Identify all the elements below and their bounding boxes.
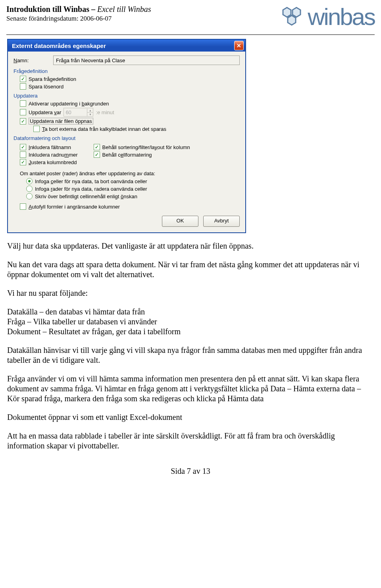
paragraph: Välj hur data ska uppdateras. Det vanlig… (7, 241, 374, 251)
name-input[interactable] (53, 56, 240, 65)
chk-label: Autofyll formler i angränsande kolumner (29, 204, 120, 210)
format-subtitle: Om antalet poster (rader) ändras efter u… (20, 170, 240, 176)
section-uppdatera: Aktiverar uppdatering i bakgrunden Uppda… (13, 100, 240, 132)
paragraph: Att ha en massa data rabblade i tabeller… (7, 431, 374, 451)
radio-infoga-celler[interactable]: Infoga celler för nya data, ta bort oanv… (26, 178, 240, 184)
chk-spara-fragedef[interactable]: Spara frågedefinition (20, 76, 240, 82)
chk-label: Uppdatera när filen öppnas (29, 118, 93, 124)
name-label: Namn: (13, 57, 45, 63)
checkbox-icon (94, 144, 100, 150)
radio-icon (26, 186, 33, 192)
chk-label: Behåll sortering/filter/layout för kolum… (102, 144, 190, 150)
checkbox-icon (20, 83, 26, 90)
paragraph: Fråga använder vi om vi vill hämta samma… (7, 374, 374, 404)
svg-marker-0 (283, 8, 291, 17)
chk-label: Behåll cellformatering (102, 152, 152, 158)
chk-label: Aktiverar uppdatering i bakgrunden (29, 101, 109, 107)
checkbox-icon (20, 109, 26, 115)
chk-uppdatera-var[interactable]: Uppdatera var ▲ ▼ :e minut (20, 108, 240, 117)
dialog-body: Namn: Frågedefinition Spara frågedefinit… (8, 52, 245, 232)
checkbox-icon (20, 151, 26, 158)
chk-behall-cellformat[interactable]: Behåll cellformatering (94, 151, 190, 158)
chk-label: Ta bort externa data från kalkylbladet i… (42, 126, 166, 132)
checkbox-icon (20, 76, 26, 82)
svg-marker-1 (292, 8, 300, 17)
radio-group: Infoga celler för nya data, ta bort oanv… (13, 178, 240, 199)
date-line: Senaste förändringsdatum: 2006-06-07 (6, 15, 151, 23)
chk-label: Spara lösenord (29, 84, 64, 90)
section-uppdatera-title: Uppdatera (13, 93, 240, 99)
list-item: Datakälla – den databas vi hämtar data f… (7, 307, 374, 317)
radio-label: Skriv över befintligt cellinnehåll enlig… (35, 193, 137, 199)
svg-marker-2 (288, 15, 296, 25)
chk-justera-kolumnbredd[interactable]: Justera kolumnbredd (20, 159, 78, 165)
name-row: Namn: (13, 56, 240, 65)
radio-label: Infoga celler för nya data, ta bort oanv… (35, 178, 147, 184)
chk-spara-losenord[interactable]: Spara lösenord (20, 83, 240, 90)
hex-icon (279, 5, 304, 29)
chk-inkludera-faltnamn[interactable]: Inkludera fältnamn (20, 144, 78, 150)
logo-text: winbas (308, 3, 375, 31)
section-fragedef-title: Frågedefinition (13, 68, 240, 74)
chk-label: Justera kolumnbredd (29, 159, 77, 165)
titlebar[interactable]: Externt dataområdes egenskaper ✕ (8, 40, 245, 52)
checkbox-icon (94, 151, 100, 158)
section-format-title: Dataformatering och layout (13, 135, 240, 141)
checkbox-icon (33, 126, 40, 132)
list-item: Dokument – Resultatet av frågan, ger dat… (7, 327, 374, 337)
paragraph: Nu kan det vara dags att spara detta dok… (7, 260, 374, 280)
doc-title: Introduktion till Winbas – Excel till Wi… (6, 5, 151, 14)
spinner-buttons[interactable]: ▲ ▼ (87, 109, 93, 116)
radio-icon (26, 193, 33, 199)
radio-skriv-over[interactable]: Skriv över befintligt cellinnehåll enlig… (26, 193, 240, 199)
chk-label: Inkludera radnummer (29, 152, 78, 158)
header-text: Introduktion till Winbas – Excel till Wi… (6, 5, 151, 23)
checkbox-icon (20, 203, 26, 210)
chk-autofyll[interactable]: Autofyll formler i angränsande kolumner (13, 203, 240, 210)
section-format: Inkludera fältnamn Inkludera radnummer J… (13, 143, 240, 167)
chk-uppdatera-fil-oppnas[interactable]: Uppdatera när filen öppnas (20, 118, 240, 124)
interval-input (64, 109, 87, 115)
document-content: Välj hur data ska uppdateras. Det vanlig… (0, 241, 381, 451)
title-italic: Excel till Winbas (97, 5, 151, 13)
close-button[interactable]: ✕ (234, 41, 244, 50)
close-icon: ✕ (237, 43, 241, 48)
chk-inkludera-radnummer[interactable]: Inkludera radnummer (20, 151, 78, 158)
title-bold: Introduktion till Winbas – (6, 5, 97, 13)
interval-spinner[interactable]: ▲ ▼ (64, 108, 93, 117)
list-item: Fråga – Vilka tabeller ur databasen vi a… (7, 317, 374, 327)
cancel-button[interactable]: Avbryt (203, 216, 240, 227)
section-fragedef: Spara frågedefinition Spara lösenord (13, 76, 240, 90)
page-header: Introduktion till Winbas – Excel till Wi… (0, 0, 381, 33)
ok-button[interactable]: OK (162, 216, 198, 227)
header-rule (6, 34, 375, 35)
checkbox-icon (20, 159, 26, 165)
paragraph: Datakällan hänvisar vi till varje gång v… (7, 345, 374, 365)
button-row: OK Avbryt (13, 211, 240, 227)
checkbox-icon (20, 118, 26, 124)
dialog-title: Externt dataområdes egenskaper (12, 42, 106, 49)
interval-suffix: :e minut (96, 109, 114, 115)
logo: winbas (279, 3, 375, 31)
radio-icon (26, 178, 33, 184)
paragraph: Vi har nu sparat följande: (7, 288, 374, 298)
radio-infoga-rader[interactable]: Infoga rader för nya data, radera oanvän… (26, 186, 240, 192)
checkbox-icon (20, 100, 26, 107)
chk-aktiverar-bakgrund[interactable]: Aktiverar uppdatering i bakgrunden (20, 100, 240, 107)
chk-tabort-externa[interactable]: Ta bort externa data från kalkylbladet i… (20, 126, 240, 132)
page-footer: Sida 7 av 13 (0, 467, 381, 484)
paragraph: Dokumentet öppnar vi som ett vanligt Exc… (7, 412, 374, 422)
chevron-up-icon: ▲ (87, 109, 93, 113)
chevron-down-icon: ▼ (87, 113, 93, 116)
dialog-window: Externt dataområdes egenskaper ✕ Namn: F… (7, 39, 246, 233)
radio-label: Infoga rader för nya data, radera oanvän… (35, 186, 147, 192)
chk-label: Uppdatera var (29, 109, 61, 115)
chk-label: Inkludera fältnamn (29, 144, 71, 150)
chk-label: Spara frågedefinition (29, 76, 76, 82)
chk-behall-sortering[interactable]: Behåll sortering/filter/layout för kolum… (94, 144, 190, 150)
checkbox-icon (20, 144, 26, 150)
